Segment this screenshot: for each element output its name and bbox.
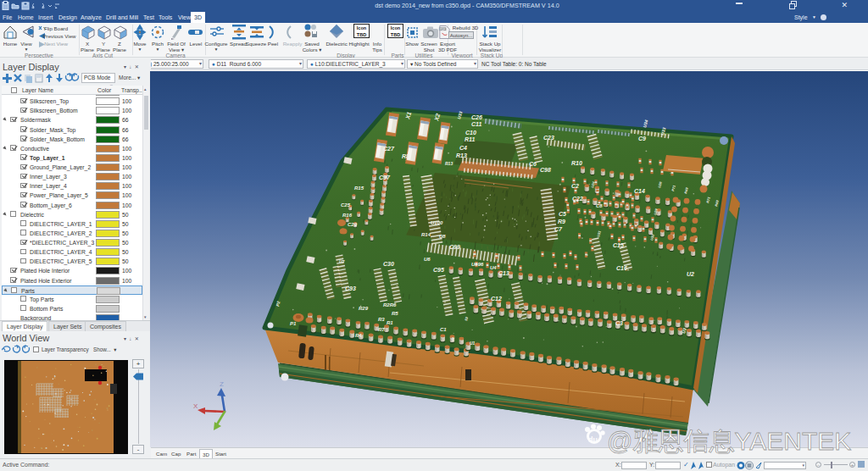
svg-text:U696: U696 xyxy=(471,262,484,267)
svg-text:C14: C14 xyxy=(634,188,645,194)
svg-text:C23: C23 xyxy=(543,135,554,141)
svg-text:Z: Z xyxy=(220,380,224,388)
svg-text:C13: C13 xyxy=(498,270,509,276)
svg-text:C12: C12 xyxy=(491,296,502,302)
svg-text:C5: C5 xyxy=(559,211,566,217)
svg-text:R15: R15 xyxy=(354,186,364,191)
svg-text:C26: C26 xyxy=(471,114,482,120)
svg-text:C98: C98 xyxy=(540,167,551,173)
svg-text:U6: U6 xyxy=(424,257,431,262)
svg-text:C15: C15 xyxy=(613,242,624,248)
svg-text:C2: C2 xyxy=(571,183,579,189)
svg-text:C27: C27 xyxy=(383,146,395,152)
svg-text:C11: C11 xyxy=(471,121,481,127)
svg-text:R11: R11 xyxy=(465,136,475,142)
svg-text:P1: P1 xyxy=(290,321,297,326)
svg-text:C22: C22 xyxy=(572,196,583,202)
svg-text:C97: C97 xyxy=(379,175,391,180)
svg-text:U8: U8 xyxy=(439,234,446,239)
svg-text:U4: U4 xyxy=(490,265,497,270)
svg-text:R14: R14 xyxy=(421,232,431,237)
svg-text:C6: C6 xyxy=(529,161,537,167)
svg-text:R8: R8 xyxy=(402,153,409,159)
svg-text:C8: C8 xyxy=(596,203,603,208)
svg-text:U1: U1 xyxy=(470,341,476,346)
svg-text:C10: C10 xyxy=(465,130,476,136)
svg-text:C99: C99 xyxy=(449,244,460,250)
svg-text:C3: C3 xyxy=(615,320,623,326)
svg-text:C95: C95 xyxy=(433,267,444,273)
svg-text:C29: C29 xyxy=(348,222,358,227)
svg-text:R3: R3 xyxy=(378,317,385,322)
svg-text:C7: C7 xyxy=(554,226,563,232)
svg-text:R2R6: R2R6 xyxy=(383,302,397,308)
svg-text:U7: U7 xyxy=(339,259,345,264)
svg-text:du: du xyxy=(588,435,598,444)
svg-text:U100: U100 xyxy=(431,220,443,225)
svg-text:X: X xyxy=(193,402,198,410)
svg-text:R4: R4 xyxy=(355,333,362,338)
svg-text:R9: R9 xyxy=(558,219,565,224)
svg-text:PDF: PDF xyxy=(440,28,446,31)
svg-text:R29: R29 xyxy=(359,306,369,311)
svg-text:C16: C16 xyxy=(616,265,627,271)
svg-text:C25: C25 xyxy=(341,202,351,208)
svg-text:R13: R13 xyxy=(456,152,467,158)
svg-text:R5: R5 xyxy=(392,311,398,316)
svg-text:C1: C1 xyxy=(440,327,447,332)
svg-text:R1: R1 xyxy=(387,320,393,325)
svg-text:@雅恩信息YAENTEK: @雅恩信息YAENTEK xyxy=(607,427,851,455)
svg-text:C4: C4 xyxy=(459,145,467,151)
svg-text:C93: C93 xyxy=(345,285,356,291)
svg-text:R10: R10 xyxy=(571,160,582,166)
svg-text:R13: R13 xyxy=(445,161,453,166)
svg-text:R7: R7 xyxy=(378,327,385,332)
svg-text:U2: U2 xyxy=(687,271,694,277)
svg-text:C9: C9 xyxy=(638,136,646,141)
svg-text:R16: R16 xyxy=(342,213,353,218)
svg-text:C30: C30 xyxy=(383,261,394,267)
